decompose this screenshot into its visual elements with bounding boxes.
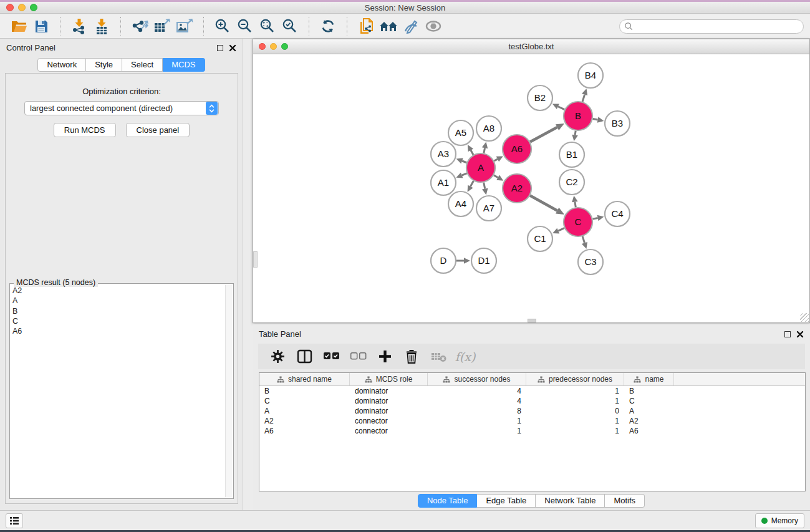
graph-node-C3[interactable]: C3 bbox=[578, 249, 603, 274]
tab-motifs[interactable]: Motifs bbox=[605, 494, 645, 508]
import-network-icon[interactable] bbox=[68, 16, 90, 36]
graph-edge-A2-C[interactable] bbox=[530, 196, 564, 215]
graph-node-A4[interactable]: A4 bbox=[448, 191, 473, 216]
graph-edge-A-A8[interactable] bbox=[482, 142, 488, 153]
tab-select[interactable]: Select bbox=[122, 58, 163, 72]
zoom-in-icon[interactable] bbox=[211, 16, 234, 36]
column-header-successor-nodes[interactable]: successor nodes bbox=[428, 373, 526, 385]
mcds-result-item[interactable]: A2 bbox=[12, 286, 223, 296]
mcds-result-item[interactable]: B bbox=[12, 306, 223, 316]
graph-node-C1[interactable]: C1 bbox=[528, 226, 552, 251]
graph-edge-A-A3[interactable] bbox=[456, 158, 467, 164]
graph-node-A8[interactable]: A8 bbox=[476, 116, 501, 141]
graph-node-D[interactable]: D bbox=[431, 248, 456, 273]
refresh-icon[interactable] bbox=[317, 16, 339, 36]
export-network-icon[interactable] bbox=[128, 16, 151, 36]
deselect-all-icon[interactable] bbox=[349, 347, 367, 367]
column-header-shared-name[interactable]: shared name bbox=[259, 373, 350, 385]
hide-annotations-icon[interactable] bbox=[400, 16, 422, 36]
export-table-icon[interactable] bbox=[151, 16, 173, 36]
tab-network-table[interactable]: Network Table bbox=[536, 494, 605, 508]
clone-network-icon[interactable] bbox=[355, 16, 377, 36]
mcds-result-item[interactable]: C bbox=[12, 316, 223, 326]
network-window-titlebar[interactable]: testGlobe.txt bbox=[253, 39, 809, 54]
import-table-icon[interactable] bbox=[90, 16, 113, 36]
graph-edge-C-C1[interactable] bbox=[552, 228, 564, 234]
graph-node-A1[interactable]: A1 bbox=[431, 170, 456, 195]
graph-node-B[interactable]: B bbox=[564, 102, 592, 130]
horizontal-scroll-nub[interactable] bbox=[528, 319, 536, 322]
graph-edge-B-B3[interactable] bbox=[593, 117, 604, 122]
split-view-icon[interactable] bbox=[295, 347, 314, 367]
graph-node-B1[interactable]: B1 bbox=[559, 142, 584, 167]
graph-node-A7[interactable]: A7 bbox=[476, 196, 501, 221]
graph-node-A3[interactable]: A3 bbox=[431, 142, 456, 167]
tab-edge-table[interactable]: Edge Table bbox=[477, 494, 536, 508]
table-row[interactable]: Cdominator41C bbox=[259, 396, 805, 406]
export-image-icon[interactable] bbox=[173, 16, 196, 36]
memory-button[interactable]: Memory bbox=[755, 513, 804, 528]
float-panel-icon[interactable] bbox=[217, 45, 223, 51]
column-header-name[interactable]: name bbox=[624, 373, 674, 385]
delete-column-icon[interactable] bbox=[402, 347, 421, 367]
graph-edge-A-A2[interactable] bbox=[494, 175, 503, 181]
graph-node-A2[interactable]: A2 bbox=[503, 174, 531, 203]
network-graph[interactable]: B4B2BB3A8A5A6A3B1AC2A1A2A4A7C4CC1DD1C3 bbox=[253, 55, 809, 322]
graph-node-C[interactable]: C bbox=[564, 208, 592, 236]
table-row[interactable]: Bdominator41B bbox=[259, 386, 805, 396]
add-column-icon[interactable] bbox=[375, 347, 394, 367]
home-icon[interactable] bbox=[377, 16, 400, 36]
close-table-panel-icon[interactable] bbox=[796, 331, 804, 338]
graph-edge-A-A4[interactable] bbox=[468, 181, 474, 192]
graph-edge-A-A5[interactable] bbox=[468, 145, 473, 155]
graph-edge-C-C4[interactable] bbox=[593, 215, 604, 221]
search-input[interactable] bbox=[619, 19, 804, 34]
graph-edge-B-B2[interactable] bbox=[552, 104, 564, 109]
graph-edge-A6-B[interactable] bbox=[530, 123, 564, 142]
mcds-result-item[interactable]: A6 bbox=[12, 326, 223, 336]
graph-node-B2[interactable]: B2 bbox=[528, 85, 552, 110]
select-all-icon[interactable] bbox=[322, 347, 340, 367]
zoom-selected-icon[interactable] bbox=[279, 16, 301, 36]
run-mcds-button[interactable]: Run MCDS bbox=[54, 123, 116, 137]
zoom-fit-icon[interactable] bbox=[256, 16, 279, 36]
network-canvas[interactable]: B4B2BB3A8A5A6A3B1AC2A1A2A4A7C4CC1DD1C3 bbox=[253, 55, 809, 322]
graph-edge-B-B1[interactable] bbox=[572, 131, 577, 142]
tab-mcds[interactable]: MCDS bbox=[163, 58, 205, 72]
table-row[interactable]: A2connector11A2 bbox=[259, 416, 805, 426]
vertical-scroll-nub[interactable] bbox=[253, 251, 258, 268]
graph-node-A5[interactable]: A5 bbox=[448, 120, 473, 145]
graph-edge-A-A1[interactable] bbox=[456, 173, 466, 178]
criterion-dropdown[interactable]: largest connected component (directed) bbox=[24, 101, 219, 115]
table-row[interactable]: A6connector11A6 bbox=[259, 426, 805, 436]
task-history-button[interactable] bbox=[6, 513, 23, 528]
graph-edge-A-A6[interactable] bbox=[494, 156, 503, 162]
result-scrollbar[interactable] bbox=[225, 285, 232, 497]
settings-icon[interactable] bbox=[268, 347, 287, 367]
graph-node-C4[interactable]: C4 bbox=[605, 201, 630, 226]
graph-edge-B-B4[interactable] bbox=[582, 89, 587, 102]
graph-edge-A-A7[interactable] bbox=[482, 183, 488, 195]
save-session-icon[interactable] bbox=[30, 16, 52, 36]
table-row[interactable]: Adominator80A bbox=[259, 406, 805, 416]
mcds-result-list[interactable]: A2ABCA6 bbox=[12, 286, 223, 496]
zoom-out-icon[interactable] bbox=[234, 16, 256, 36]
open-session-icon[interactable] bbox=[7, 16, 30, 36]
mcds-result-item[interactable]: A bbox=[12, 296, 223, 306]
close-panel-icon[interactable] bbox=[229, 44, 236, 52]
close-panel-button[interactable]: Close panel bbox=[126, 123, 190, 137]
graph-edge-C-C2[interactable] bbox=[572, 196, 577, 208]
tab-network[interactable]: Network bbox=[37, 58, 86, 72]
app-titlebar[interactable]: Session: New Session bbox=[0, 2, 810, 14]
tab-node-table[interactable]: Node Table bbox=[418, 494, 478, 508]
tab-style[interactable]: Style bbox=[86, 58, 122, 72]
column-header-MCDS-role[interactable]: MCDS role bbox=[350, 373, 428, 385]
graph-node-B4[interactable]: B4 bbox=[578, 63, 603, 88]
graph-node-D1[interactable]: D1 bbox=[471, 248, 496, 273]
graph-node-A[interactable]: A bbox=[466, 153, 495, 182]
graph-node-A6[interactable]: A6 bbox=[503, 135, 531, 163]
graph-edge-D-D1[interactable] bbox=[456, 258, 470, 264]
graph-node-B3[interactable]: B3 bbox=[605, 111, 630, 136]
column-header-predecessor-nodes[interactable]: predecessor nodes bbox=[526, 373, 624, 385]
graph-edge-C-C3[interactable] bbox=[582, 236, 587, 249]
